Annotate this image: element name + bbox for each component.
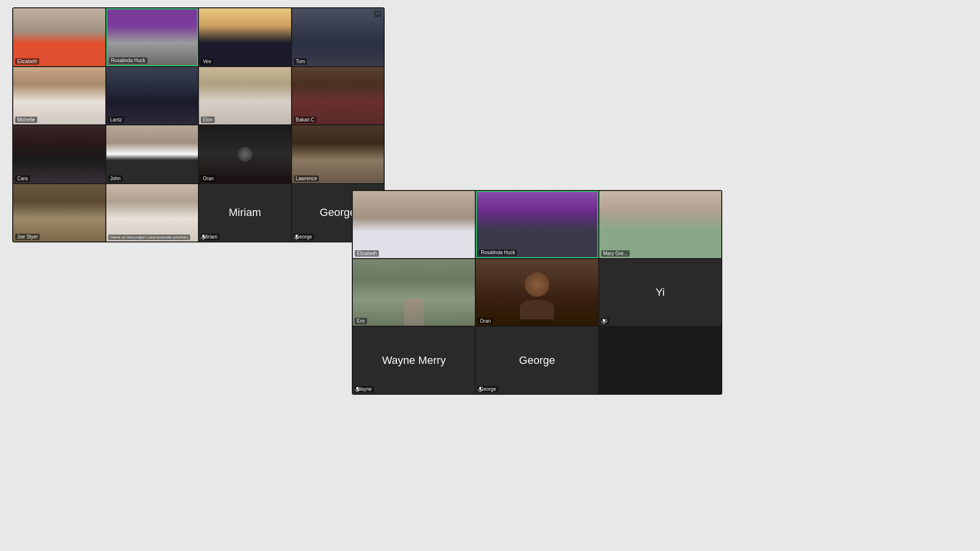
svg-rect-8	[479, 387, 481, 390]
name-lawrence: Lawrence	[294, 175, 319, 182]
cell-r-oran[interactable]: Oran	[476, 259, 598, 326]
name-r-elizabeth: Elizabeth	[355, 250, 379, 257]
mic-icon-george	[294, 234, 299, 240]
right-zoom-grid: Elizabeth Rosalinda Huck Mary Gre... Eri…	[352, 190, 722, 395]
svg-rect-0	[202, 235, 204, 238]
more-options-tom: ⋯	[374, 10, 382, 17]
cell-cara[interactable]: Cara	[13, 125, 105, 183]
name-cara: Cara	[15, 175, 30, 182]
name-george-label: George	[320, 206, 356, 219]
name-r-rosalinda: Rosalinda Huck	[479, 249, 517, 256]
cell-lantz[interactable]: Lantz	[106, 67, 198, 125]
mic-icon-r-yi	[601, 318, 607, 324]
name-vee: Vee	[201, 58, 213, 65]
name-tom: Tom	[294, 58, 307, 65]
cell-r-eric[interactable]: Eric	[353, 259, 475, 326]
cell-lawrence[interactable]: Lawrence	[292, 125, 384, 183]
name-r-george-label: George	[519, 354, 555, 367]
cell-joe[interactable]: Joe Styer	[13, 184, 105, 242]
svg-rect-4	[603, 319, 605, 322]
cell-empty	[599, 327, 721, 394]
cell-bakari[interactable]: Bakari C	[292, 67, 384, 125]
name-r-yi-label: Yi	[656, 286, 665, 299]
name-r-mary: Mary Gre...	[601, 250, 630, 257]
name-elizabeth: Elizabeth	[15, 58, 39, 65]
cell-tom[interactable]: Tom ⋯	[292, 8, 384, 66]
name-diana: Diana on Wurundjeri Land Australia (she/…	[108, 235, 191, 240]
cell-john[interactable]: John	[106, 125, 198, 183]
cell-r-mary[interactable]: Mary Gre...	[599, 191, 721, 258]
cell-vee[interactable]: Vee	[199, 8, 291, 66]
cell-r-wayne[interactable]: Wayne Merry Wayne	[353, 327, 475, 394]
cell-miriam[interactable]: Miriam Miriam	[199, 184, 291, 242]
mic-icon-r-wayne	[354, 386, 360, 392]
cell-rosalinda[interactable]: Rosalinda Huck	[106, 8, 198, 66]
mic-icon-r-george	[477, 386, 483, 392]
name-joe: Joe Styer	[15, 234, 40, 240]
cell-r-yi[interactable]: Yi Yi	[599, 259, 721, 326]
cell-r-rosalinda[interactable]: Rosalinda Huck	[476, 191, 598, 258]
cell-diana[interactable]: Diana on Wurundjeri Land Australia (she/…	[106, 184, 198, 242]
name-r-eric: Eric	[355, 318, 367, 324]
cell-r-george[interactable]: George George	[476, 327, 598, 394]
cell-michelle[interactable]: Michelle	[13, 67, 105, 125]
mic-icon-miriam	[200, 234, 206, 240]
cell-oran[interactable]: Oran	[199, 125, 291, 183]
name-rosalinda: Rosalinda Huck	[109, 57, 147, 64]
name-r-oran: Oran	[478, 318, 492, 324]
name-john: John	[108, 175, 123, 182]
name-michelle: Michelle	[15, 117, 37, 123]
name-miriam-label: Miriam	[229, 206, 261, 219]
name-lantz: Lantz	[108, 117, 124, 123]
name-oran: Oran	[201, 175, 216, 182]
left-zoom-grid: Elizabeth Rosalinda Huck Vee Tom ⋯ Miche…	[12, 7, 385, 242]
cell-elizabeth[interactable]: Elizabeth	[13, 8, 105, 66]
svg-rect-2	[295, 235, 297, 238]
cell-elon[interactable]: Elon	[199, 67, 291, 125]
svg-rect-6	[356, 387, 358, 390]
name-elon: Elon	[201, 117, 215, 123]
name-bakari: Bakari C	[294, 117, 317, 123]
name-r-wayne-label: Wayne Merry	[382, 354, 446, 367]
cell-r-elizabeth[interactable]: Elizabeth	[353, 191, 475, 258]
